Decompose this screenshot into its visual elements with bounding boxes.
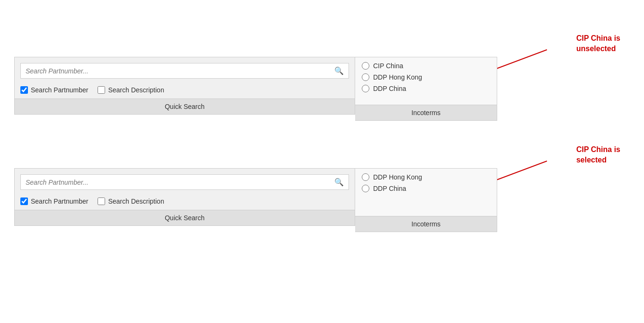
- incoterms-list-1: CIP China DDP Hong Kong DDP China: [355, 57, 497, 105]
- search-description-label-1: Search Description: [108, 86, 164, 94]
- search-description-checkbox-label-1[interactable]: Search Description: [98, 86, 164, 94]
- checkbox-row-1: Search Partnumber Search Description: [20, 83, 349, 99]
- search-description-checkbox-2[interactable]: [98, 197, 105, 205]
- quick-search-footer-2: Quick Search: [15, 210, 355, 225]
- search-partnumber-checkbox-2[interactable]: [20, 197, 28, 205]
- incoterm-ddp-china-radio-2[interactable]: [362, 185, 369, 192]
- incoterm-cip-china-radio-1[interactable]: [362, 62, 369, 70]
- search-partnumber-label-1: Search Partnumber: [31, 86, 88, 94]
- search-description-checkbox-label-2[interactable]: Search Description: [98, 197, 164, 205]
- search-partnumber-checkbox-label-2[interactable]: Search Partnumber: [20, 197, 88, 205]
- quick-search-panel-2: 🔍 Search Partnumber Search Description Q…: [14, 168, 355, 226]
- incoterm-ddp-hongkong-2[interactable]: DDP Hong Kong: [362, 173, 490, 181]
- quick-search-footer-1: Quick Search: [15, 99, 355, 114]
- incoterm-ddp-china-2[interactable]: DDP China: [362, 185, 490, 192]
- incoterm-ddp-hongkong-radio-2[interactable]: [362, 173, 369, 181]
- quick-search-panel-1: 🔍 Search Partnumber Search Description Q…: [14, 57, 355, 115]
- incoterm-ddp-hongkong-radio-1[interactable]: [362, 73, 369, 81]
- incoterm-ddp-hongkong-1[interactable]: DDP Hong Kong: [362, 73, 490, 81]
- incoterm-ddp-china-radio-1[interactable]: [362, 85, 369, 92]
- search-input-wrapper-1: 🔍: [20, 63, 349, 79]
- annotation-top: CIP China is unselected: [576, 33, 620, 54]
- search-input-wrapper-2: 🔍: [20, 174, 349, 190]
- search-icon-1[interactable]: 🔍: [334, 66, 344, 75]
- search-description-checkbox-1[interactable]: [98, 86, 105, 94]
- search-partnumber-input-1[interactable]: [26, 67, 334, 75]
- incoterm-ddp-china-1[interactable]: DDP China: [362, 85, 490, 92]
- search-partnumber-input-2[interactable]: [26, 179, 334, 186]
- incoterms-list-2: DDP Hong Kong DDP China: [355, 169, 497, 216]
- annotation-bottom: CIP China is selected: [576, 144, 620, 166]
- incoterms-panel-1: CIP China DDP Hong Kong DDP China Incote…: [355, 57, 497, 121]
- search-description-label-2: Search Description: [108, 197, 164, 205]
- incoterms-panel-2: DDP Hong Kong DDP China Incoterms: [355, 168, 497, 232]
- search-partnumber-label-2: Search Partnumber: [31, 197, 88, 205]
- incoterm-cip-china-1[interactable]: CIP China: [362, 62, 490, 70]
- incoterms-footer-1: Incoterms: [355, 105, 497, 120]
- search-partnumber-checkbox-1[interactable]: [20, 86, 28, 94]
- checkbox-row-2: Search Partnumber Search Description: [20, 195, 349, 210]
- search-icon-2[interactable]: 🔍: [334, 178, 344, 187]
- search-partnumber-checkbox-label-1[interactable]: Search Partnumber: [20, 86, 88, 94]
- incoterms-footer-2: Incoterms: [355, 216, 497, 232]
